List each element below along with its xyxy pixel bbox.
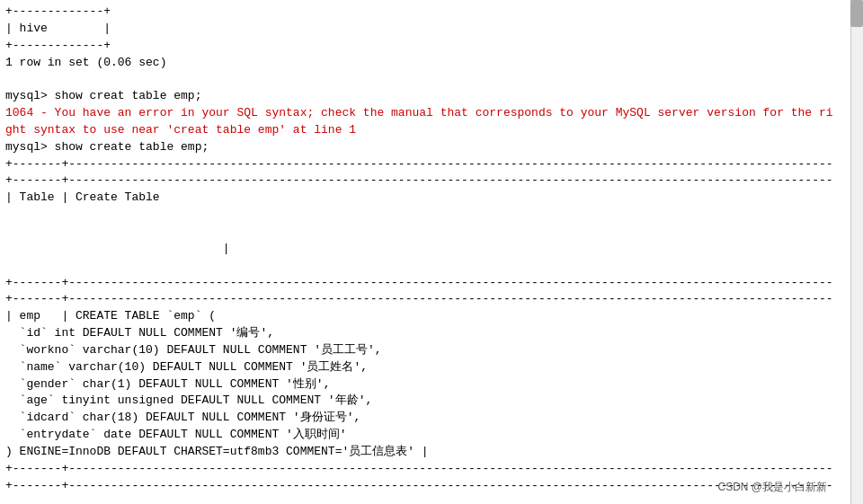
line-data7: `idcard` char(18) DEFAULT NULL COMMENT '… bbox=[5, 410, 832, 427]
line-data8: `entrydate` date DEFAULT NULL COMMENT '入… bbox=[5, 427, 832, 444]
scrollbar-thumb[interactable] bbox=[850, 0, 863, 27]
terminal-content[interactable]: +-------------+ | hive | +-------------+… bbox=[0, 0, 832, 504]
line-error1: 1064 - You have an error in your SQL syn… bbox=[5, 106, 832, 137]
line-sep7: +-------+-------------------------------… bbox=[5, 275, 832, 292]
line-sep10: +-------+-------------------------------… bbox=[5, 291, 832, 308]
line-data9: ) ENGINE=InnoDB DEFAULT CHARSET=utf8mb3 … bbox=[5, 444, 832, 461]
watermark: CSDN @我是小白新新 bbox=[717, 480, 827, 495]
line-sep1: +-------------+ bbox=[5, 4, 832, 21]
line-sep3: +-------+-------------------------------… bbox=[5, 156, 832, 173]
scrollbar[interactable] bbox=[850, 0, 863, 504]
line-center-sep: | bbox=[5, 241, 832, 258]
line-rowset1: 1 row in set (0.06 sec) bbox=[5, 55, 832, 72]
line-sep2: +-------------+ bbox=[5, 38, 832, 55]
line-hive: | hive | bbox=[5, 21, 832, 38]
line-sep14: +-------+-------------------------------… bbox=[5, 478, 832, 495]
line-blank3 bbox=[5, 224, 832, 241]
line-data1: | emp | CREATE TABLE `emp` ( bbox=[5, 308, 832, 325]
line-data4: `name` varchar(10) DEFAULT NULL COMMENT … bbox=[5, 359, 832, 376]
line-blank4 bbox=[5, 258, 832, 275]
line-sep6: +-------+-------------------------------… bbox=[5, 172, 832, 190]
line-blank1 bbox=[5, 71, 832, 88]
line-cmd2: mysql> show create table emp; bbox=[5, 139, 832, 156]
line-sep11: +-------+-------------------------------… bbox=[5, 461, 832, 478]
line-blank2 bbox=[5, 207, 832, 224]
line-cmd1: mysql> show creat table emp; bbox=[5, 88, 832, 105]
line-blank5 bbox=[5, 494, 832, 504]
line-data6: `age` tinyint unsigned DEFAULT NULL COMM… bbox=[5, 393, 832, 410]
line-data5: `gender` char(1) DEFAULT NULL COMMENT '性… bbox=[5, 376, 832, 393]
line-data3: `workno` varchar(10) DEFAULT NULL COMMEN… bbox=[5, 342, 832, 359]
line-header: | Table | Create Table bbox=[5, 190, 832, 207]
line-data2: `id` int DEFAULT NULL COMMENT '编号', bbox=[5, 325, 832, 342]
terminal-window: +-------------+ | hive | +-------------+… bbox=[0, 0, 832, 504]
